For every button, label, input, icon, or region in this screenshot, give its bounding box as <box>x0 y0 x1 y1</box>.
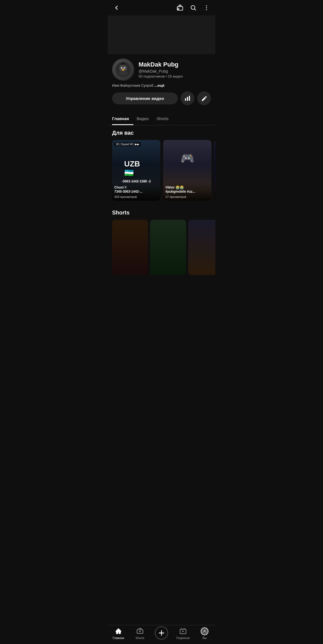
nav-subscriptions[interactable]: Подписки <box>175 627 191 640</box>
channel-description: Имя:Файзуллаев Сухроб ...ещё <box>112 83 211 88</box>
nav-shorts[interactable]: Shorts <box>132 627 148 640</box>
analytics-button[interactable] <box>181 91 194 105</box>
for-you-section: Для вас 18 | Squad 40 | ▶▶ UZB 🇺🇿 -3063-… <box>108 125 215 205</box>
svg-point-1 <box>177 9 178 10</box>
video-views: 17 просмотров <box>165 195 209 198</box>
channel-tabs: Главная Видео Shorts <box>108 113 215 125</box>
nav-add[interactable] <box>153 627 170 640</box>
hud-overlay: 18 | Squad 40 | ▶▶ <box>114 142 141 146</box>
action-row: Управление видео <box>112 91 211 105</box>
tab-home[interactable]: Главная <box>112 113 133 125</box>
svg-point-15 <box>122 69 125 71</box>
shorts-card[interactable] <box>188 220 215 275</box>
channel-handle: @MakDak_Pubg <box>139 69 211 73</box>
svg-rect-16 <box>185 98 186 101</box>
more-button[interactable]: ...ещё <box>154 83 164 88</box>
uzb-text: UZB 🇺🇿 <box>124 160 149 177</box>
bottom-nav: Главная Shorts Подписки <box>108 625 215 644</box>
channel-banner <box>108 15 215 54</box>
top-bar <box>108 0 215 15</box>
subscriptions-icon <box>179 627 187 635</box>
nav-you[interactable]: Вы <box>196 627 213 640</box>
back-button[interactable] <box>112 3 121 12</box>
cast-button[interactable] <box>176 3 184 12</box>
video-grid: 18 | Squad 40 | ▶▶ UZB 🇺🇿 -3063-1442-158… <box>108 140 215 203</box>
nav-home[interactable]: Главная <box>110 627 127 640</box>
tab-shorts[interactable]: Shorts <box>157 113 173 125</box>
video-card[interactable]: 18 | Squad 40 | ▶▶ UZB 🇺🇿 -3063-1442-158… <box>112 140 160 201</box>
shorts-icon <box>136 627 144 635</box>
nav-home-label: Главная <box>113 636 124 640</box>
edit-button[interactable] <box>197 91 211 105</box>
tab-videos[interactable]: Видео <box>137 113 153 125</box>
svg-rect-17 <box>187 97 188 101</box>
svg-point-5 <box>206 9 207 10</box>
video-title: Chust ‼️7345-3063-1442-... <box>114 185 158 194</box>
id-text: -3063-1442-1580 -2 <box>121 179 151 183</box>
video-card[interactable]: 🔭 #pubgm#uzbek 1 тыс. пр <box>214 140 215 201</box>
search-button[interactable] <box>189 3 198 12</box>
shorts-section: Shorts <box>108 205 215 277</box>
for-you-title: Для вас <box>112 130 211 136</box>
shorts-card[interactable] <box>150 220 186 275</box>
shorts-row <box>108 220 215 275</box>
nav-subscriptions-label: Подписки <box>176 636 190 640</box>
shorts-title: Shorts <box>112 210 211 216</box>
svg-point-13 <box>122 68 123 68</box>
svg-point-14 <box>125 68 125 68</box>
nav-you-label: Вы <box>202 636 206 640</box>
nav-shorts-label: Shorts <box>136 636 144 640</box>
add-button[interactable] <box>155 626 168 640</box>
shorts-card[interactable] <box>112 220 148 275</box>
svg-rect-10 <box>121 63 125 65</box>
more-options-button[interactable] <box>202 3 211 12</box>
svg-point-4 <box>206 7 207 8</box>
channel-info: MakDak Pubg @MakDak_Pubg 50 подписчиков … <box>108 54 215 113</box>
home-icon <box>115 627 122 635</box>
avatar <box>112 59 134 81</box>
svg-point-3 <box>206 5 207 6</box>
video-title: Viktor 😭😭#pubgmobile #uz... <box>165 185 209 194</box>
you-icon <box>201 627 208 635</box>
video-card[interactable]: 🎮 Viktor 😭😭#pubgmobile #uz... 17 просмот… <box>163 140 211 201</box>
nav-avatar <box>201 627 208 635</box>
channel-stats: 50 подписчиков • 26 видео <box>139 74 211 78</box>
channel-name: MakDak Pubg <box>139 61 211 68</box>
svg-point-8 <box>119 70 128 76</box>
video-views: 429 просмотров <box>114 195 158 198</box>
manage-video-button[interactable]: Управление видео <box>112 92 178 104</box>
svg-rect-18 <box>189 96 190 101</box>
